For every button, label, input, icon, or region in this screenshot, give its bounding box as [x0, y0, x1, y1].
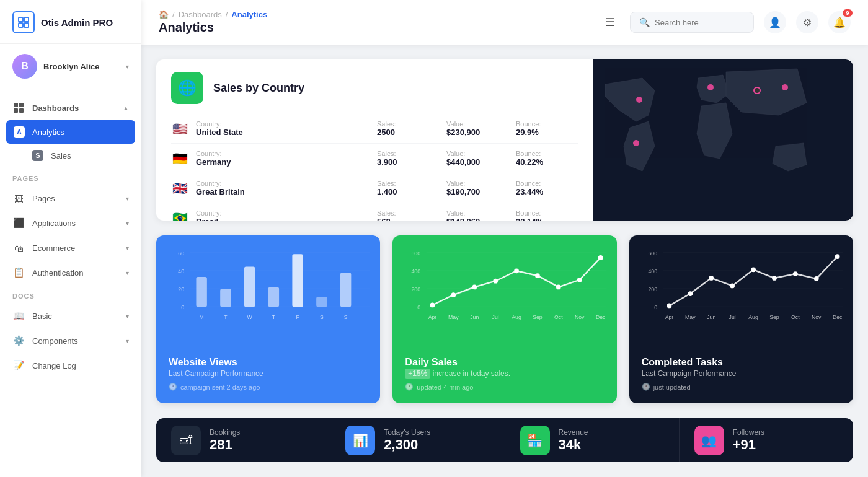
svg-text:Sep: Sep [769, 314, 779, 320]
sidebar-item-analytics[interactable]: A Analytics [6, 120, 135, 144]
svg-rect-22 [220, 289, 231, 307]
svg-point-71 [709, 276, 714, 281]
sales-card-header: 🌐 Sales by Country [156, 59, 593, 114]
breadcrumb-dashboards[interactable]: Dashboards [179, 10, 222, 19]
svg-point-74 [772, 276, 777, 281]
sidebar-item-pages[interactable]: 🖼 Pages ▾ [0, 186, 141, 211]
svg-text:40: 40 [178, 268, 184, 274]
flag-icon-us: 🇺🇸 [171, 123, 188, 135]
ecommerce-icon: 🛍 [12, 242, 25, 254]
svg-text:600: 600 [412, 250, 421, 256]
flag-icon-br: 🇧🇷 [171, 212, 188, 221]
basic-chevron-icon: ▾ [126, 313, 129, 320]
svg-rect-3 [24, 23, 29, 27]
stats-bar: 🛋 Bookings 281 📊 Today's Users 2,300 � [156, 418, 853, 462]
page-title: Analytics [159, 20, 595, 35]
flag-icon-gb: 🇬🇧 [171, 182, 188, 195]
revenue-icon-box: 🏪 [520, 426, 550, 455]
menu-icon[interactable]: ☰ [605, 15, 615, 29]
sidebar-item-dashboards[interactable]: Dashboards ▲ [0, 95, 141, 120]
comps-chevron-icon: ▾ [126, 338, 129, 344]
svg-rect-7 [19, 108, 24, 113]
website-views-footer: Website Views Last Campaign Performance … [156, 347, 380, 403]
store-icon: 🏪 [527, 433, 542, 448]
pages-section-label: PAGES [0, 167, 141, 186]
svg-rect-0 [19, 17, 23, 22]
sidebar-item-basic[interactable]: 📖 Basic ▾ [0, 304, 141, 328]
notification-badge: 9 [843, 9, 852, 17]
docs-section-label: DOCS [0, 285, 141, 304]
charts-row: 60 40 20 0 M T [156, 235, 853, 403]
sidebar-item-authentication[interactable]: 📋 Authentication ▾ [0, 260, 141, 285]
completed-tasks-chart: 600 400 200 0 [629, 235, 853, 347]
svg-text:600: 600 [648, 250, 657, 256]
completed-tasks-meta: 🕐 just updated [642, 383, 841, 391]
svg-text:W: W [247, 314, 253, 320]
svg-point-69 [666, 304, 671, 309]
svg-text:200: 200 [648, 286, 657, 292]
svg-rect-23 [244, 266, 255, 307]
svg-text:S: S [344, 314, 348, 320]
search-icon: 🔍 [639, 17, 650, 27]
notifications-button[interactable]: 🔔 9 [828, 11, 851, 33]
table-row: 🇩🇪 Country: Germany Sales: 3.900 Value: … [171, 144, 578, 173]
svg-point-76 [814, 276, 819, 281]
svg-point-77 [835, 254, 839, 259]
chart-icon: 📊 [353, 433, 368, 448]
website-views-subtitle: Last Campaign Performance [169, 369, 368, 378]
svg-text:200: 200 [412, 286, 421, 292]
svg-text:0: 0 [181, 304, 184, 310]
user-icon-button[interactable]: 👤 [764, 11, 786, 33]
svg-point-50 [577, 278, 582, 282]
svg-text:M: M [200, 314, 204, 320]
people-icon: 👥 [701, 433, 717, 448]
clock-icon: 🕐 [405, 383, 414, 391]
svg-text:Jun: Jun [471, 314, 479, 320]
svg-text:May: May [448, 314, 459, 320]
search-box[interactable]: 🔍 [630, 12, 754, 33]
sidebar-item-changelog[interactable]: 📝 Change Log [0, 353, 141, 378]
svg-text:400: 400 [412, 268, 421, 274]
logo-icon [12, 11, 35, 33]
svg-rect-6 [14, 108, 18, 113]
svg-point-49 [556, 285, 561, 290]
auth-label: Authentication [32, 268, 83, 278]
chevron-up-icon: ▲ [123, 105, 129, 112]
sidebar-item-components[interactable]: ⚙️ Components ▾ [0, 328, 141, 353]
completed-tasks-footer: Completed Tasks Last Campaign Performanc… [629, 347, 853, 403]
settings-button[interactable]: ⚙ [796, 11, 818, 33]
auth-chevron-icon: ▾ [126, 269, 129, 276]
svg-text:Sep: Sep [533, 314, 543, 320]
table-row: 🇺🇸 Country: United State Sales: 2500 Val… [171, 114, 578, 144]
svg-text:60: 60 [178, 250, 184, 256]
svg-text:Apr: Apr [428, 314, 437, 320]
bookings-icon-box: 🛋 [171, 426, 201, 455]
flag-icon-de: 🇩🇪 [171, 152, 188, 165]
sidebar-navigation: Dashboards ▲ A Analytics S Sales PAGES 🖼… [0, 89, 141, 477]
followers-icon-box: 👥 [694, 426, 724, 455]
table-row: 🇧🇷 Country: Brasil Sales: 562 Value: $14… [171, 203, 578, 221]
svg-rect-21 [196, 277, 206, 307]
components-label: Components [32, 336, 78, 346]
website-views-meta: 🕐 campaign sent 2 days ago [169, 383, 368, 391]
svg-rect-4 [14, 103, 18, 107]
ecom-chevron-icon: ▾ [126, 245, 129, 252]
daily-sales-card: 600 400 200 0 [392, 235, 616, 403]
users-label: Today's Users [384, 428, 430, 437]
svg-text:Nov: Nov [812, 314, 822, 320]
svg-text:F: F [296, 314, 299, 320]
sidebar-item-applications[interactable]: ⬛ Applications ▾ [0, 211, 141, 235]
sidebar-item-sales[interactable]: S Sales [0, 144, 141, 167]
svg-point-51 [598, 255, 603, 260]
pages-icon: 🖼 [12, 192, 25, 204]
website-views-card: 60 40 20 0 M T [156, 235, 380, 403]
header-left: 🏠 / Dashboards / Analytics Analytics [159, 10, 595, 35]
daily-sales-subtitle: +15% increase in today sales. [405, 369, 604, 378]
sidebar-item-ecommerce[interactable]: 🛍 Ecommerce ▾ [0, 235, 141, 260]
user-profile[interactable]: B Brooklyn Alice ▾ [0, 44, 141, 89]
stats-revenue: 🏪 Revenue 34k [505, 418, 680, 462]
clock-icon: 🕐 [642, 383, 650, 391]
svg-text:Aug: Aug [748, 314, 758, 320]
search-input[interactable] [655, 18, 742, 27]
svg-point-75 [793, 271, 798, 276]
